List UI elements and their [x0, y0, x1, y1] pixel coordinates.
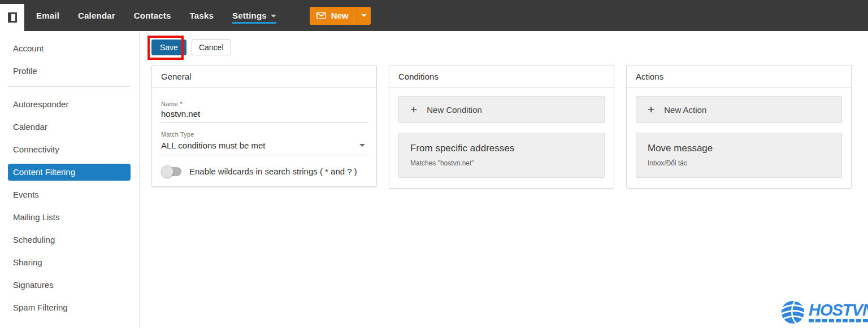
actions-card-body: + New Action Move message Inbox/Đổi tác — [627, 88, 851, 188]
name-field-label: Name * — [161, 100, 367, 107]
hostvn-logo-text: HOSTVN — [809, 302, 868, 318]
new-action-label: New Action — [664, 105, 706, 115]
new-condition-label: New Condition — [427, 105, 482, 115]
nav-item-calendar[interactable]: Calendar — [78, 7, 115, 24]
sidebar-item-mailing-lists[interactable]: Mailing Lists — [8, 209, 131, 226]
conditions-card-body: + New Condition From specific addresses … — [389, 88, 614, 188]
sidebar-item-connectivity[interactable]: Connectivity — [8, 141, 131, 158]
action-item-title: Move message — [648, 143, 830, 154]
settings-sidebar: Account Profile Autoresponder Calendar C… — [0, 31, 140, 328]
nav-item-email[interactable]: Email — [36, 7, 59, 24]
chevron-down-icon — [359, 144, 365, 147]
actions-card: Actions + New Action Move message Inbox/… — [626, 65, 852, 189]
sidebar-item-calendar[interactable]: Calendar — [8, 119, 131, 135]
plus-icon: + — [648, 103, 654, 115]
wildcards-toggle-label: Enable wildcards in search strings ( * a… — [189, 167, 357, 176]
save-button[interactable]: Save — [151, 40, 186, 55]
new-button-label: New — [331, 11, 349, 20]
sidebar-item-scheduling[interactable]: Scheduling — [8, 231, 131, 248]
new-button-group: New — [310, 7, 371, 25]
conditions-card-title: Conditions — [389, 65, 614, 88]
content-area: Save Cancel General Name * Match Type AL… — [141, 31, 868, 328]
action-item[interactable]: Move message Inbox/Đổi tác — [636, 133, 842, 178]
nav-item-contacts[interactable]: Contacts — [134, 7, 171, 24]
new-dropdown-button[interactable] — [357, 7, 371, 25]
nav-item-settings-label: Settings — [232, 11, 267, 20]
conditions-card: Conditions + New Condition From specific… — [389, 65, 614, 189]
name-field-group: Name * — [161, 100, 367, 123]
sidebar-item-events[interactable]: Events — [8, 186, 131, 203]
top-nav-items: Email Calendar Contacts Tasks Settings N… — [36, 7, 371, 25]
condition-item-subtitle: Matches "hostvn.net" — [410, 159, 593, 167]
sidebar-item-sharing[interactable]: Sharing — [8, 254, 131, 271]
app-logo[interactable] — [0, 4, 24, 31]
sidebar-item-autoresponder[interactable]: Autoresponder — [8, 96, 131, 113]
envelope-icon — [316, 12, 326, 19]
new-button[interactable]: New — [310, 7, 357, 25]
hostvn-watermark: HOSTVN — [780, 300, 868, 325]
cards-row: General Name * Match Type ALL conditions… — [151, 65, 852, 189]
nav-item-settings[interactable]: Settings — [232, 7, 276, 24]
sidebar-item-account[interactable]: Account — [8, 40, 131, 57]
sidebar-toggle-icon — [8, 12, 17, 23]
wildcards-toggle-row: Enable wildcards in search strings ( * a… — [161, 167, 367, 176]
chevron-down-icon — [271, 15, 276, 18]
match-type-select[interactable]: ALL conditions must be met — [161, 139, 367, 155]
match-type-label: Match Type — [161, 131, 367, 138]
hostvn-globe-icon — [780, 300, 805, 325]
sidebar-item-spam-filtering[interactable]: Spam Filtering — [8, 299, 131, 316]
hostvn-text-block: HOSTVN — [809, 302, 868, 322]
plus-icon: + — [410, 103, 417, 115]
sidebar-item-content-filtering[interactable]: Content Filtering — [8, 164, 131, 181]
wildcards-toggle[interactable] — [162, 167, 181, 176]
hostvn-tagline — [809, 319, 868, 322]
new-action-button[interactable]: + New Action — [636, 96, 842, 123]
nav-item-tasks[interactable]: Tasks — [190, 7, 214, 24]
cancel-button[interactable]: Cancel — [192, 40, 231, 55]
new-condition-button[interactable]: + New Condition — [398, 96, 605, 123]
general-card-title: General — [152, 65, 376, 88]
match-type-value: ALL conditions must be met — [161, 141, 266, 150]
general-card-body: Name * Match Type ALL conditions must be… — [152, 88, 376, 186]
action-toolbar: Save Cancel — [151, 40, 231, 55]
sidebar-item-profile[interactable]: Profile — [8, 63, 131, 80]
actions-card-title: Actions — [627, 65, 851, 88]
sidebar-item-signatures[interactable]: Signatures — [8, 277, 131, 294]
name-input[interactable] — [161, 107, 367, 123]
match-type-field-group: Match Type ALL conditions must be met — [161, 131, 367, 155]
sidebar-divider — [8, 86, 131, 87]
condition-item-title: From specific addresses — [410, 143, 593, 154]
top-navigation-bar: Email Calendar Contacts Tasks Settings N… — [0, 0, 868, 31]
toggle-knob — [161, 165, 173, 178]
general-card: General Name * Match Type ALL conditions… — [151, 65, 377, 187]
chevron-down-icon — [361, 14, 367, 17]
action-item-subtitle: Inbox/Đổi tác — [648, 159, 830, 167]
condition-item[interactable]: From specific addresses Matches "hostvn.… — [398, 133, 605, 178]
